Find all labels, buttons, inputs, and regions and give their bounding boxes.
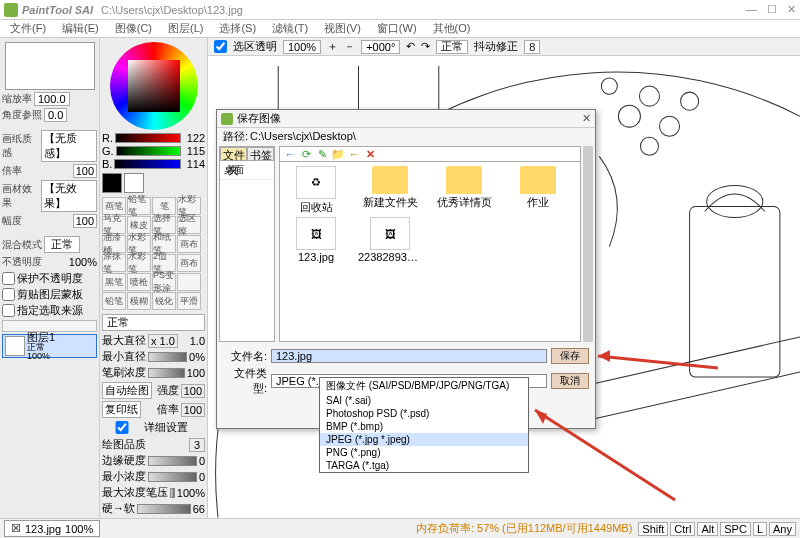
doc-tab[interactable]: ☒ 123.jpg 100%	[4, 520, 100, 537]
strength-value[interactable]: 100	[181, 384, 205, 398]
rotation-field[interactable]: +000°	[361, 40, 400, 54]
dialog-close-button[interactable]: ✕	[582, 112, 591, 125]
auto-label[interactable]: 自动绘图	[102, 382, 152, 399]
paper-scale-value[interactable]: 100	[73, 164, 97, 178]
file-item[interactable]: 🖼123.jpg	[284, 217, 348, 263]
menu-layer[interactable]: 图层(L)	[162, 20, 209, 37]
tool-item[interactable]	[177, 273, 201, 291]
dropdown-item[interactable]: Photoshop PSD (*.psd)	[320, 407, 528, 420]
dialog-scrollbar[interactable]	[583, 146, 593, 342]
menu-other[interactable]: 其他(O)	[427, 20, 477, 37]
hard-slider[interactable]	[137, 504, 191, 514]
side-item-desktop[interactable]: 桌面	[220, 161, 274, 180]
min-size-slider[interactable]	[148, 352, 187, 362]
file-item[interactable]: ♻回收站	[284, 166, 348, 215]
tool-item[interactable]: 画布	[177, 235, 201, 253]
tool-item[interactable]: 喷枪	[127, 273, 151, 291]
menu-file[interactable]: 文件(F)	[4, 20, 52, 37]
navigator-thumb[interactable]	[5, 42, 95, 90]
key-spc: SPC	[720, 522, 751, 536]
tool-item[interactable]: 铅笔	[102, 292, 126, 310]
opacity-value[interactable]: 100%	[69, 256, 97, 268]
zoom-value[interactable]: 100.0	[34, 92, 70, 106]
menu-view[interactable]: 视图(V)	[318, 20, 367, 37]
tool-item[interactable]: PS变形涂	[152, 273, 176, 291]
menu-select[interactable]: 选择(S)	[213, 20, 262, 37]
menu-filter[interactable]: 滤镜(T)	[266, 20, 314, 37]
dropdown-item[interactable]: 图像文件 (SAI/PSD/BMP/JPG/PNG/TGA)	[320, 378, 528, 394]
back-icon[interactable]: ←	[284, 148, 296, 160]
density-slider[interactable]	[148, 368, 185, 378]
tool-item[interactable]: 黑笔	[102, 273, 126, 291]
dialog-titlebar[interactable]: 保存图像 ✕	[217, 110, 595, 128]
edge-slider[interactable]	[148, 456, 197, 466]
tool-item[interactable]: 水彩笔	[127, 254, 151, 272]
brush-mode[interactable]: 正常	[102, 314, 205, 331]
save-button[interactable]: 保存	[551, 348, 589, 364]
folder-icon[interactable]: 📁	[332, 148, 344, 160]
maximize-button[interactable]: ☐	[767, 3, 777, 16]
tool-item[interactable]: 选区擦	[177, 216, 201, 234]
bg-color-swatch[interactable]	[124, 173, 144, 193]
fg-color-swatch[interactable]	[102, 173, 122, 193]
menu-image[interactable]: 图像(C)	[109, 20, 158, 37]
zoom-out-icon[interactable]: －	[344, 39, 355, 54]
go-icon[interactable]: ←	[348, 148, 360, 160]
rotate-left-icon[interactable]: ↶	[406, 40, 415, 53]
check-clipping[interactable]	[2, 288, 15, 301]
zoom-field[interactable]: 100%	[283, 40, 321, 54]
side-tab-folders[interactable]: 文件夹	[220, 147, 247, 161]
close-button[interactable]: ✕	[787, 3, 796, 16]
maxden-slider[interactable]	[170, 488, 175, 498]
rgb-r-slider[interactable]	[115, 133, 181, 143]
edit-icon[interactable]: ✎	[316, 148, 328, 160]
sel-opacity-check[interactable]	[214, 40, 227, 53]
tool-item[interactable]: 平滑	[177, 292, 201, 310]
check-protect-alpha[interactable]	[2, 272, 15, 285]
check-select-source[interactable]	[2, 304, 15, 317]
tool-item[interactable]: 锐化	[152, 292, 176, 310]
rotate-right-icon[interactable]: ↷	[421, 40, 430, 53]
mode-field[interactable]: 正常	[436, 40, 468, 54]
zoom-label: 缩放率	[2, 92, 32, 106]
dropdown-item[interactable]: TARGA (*.tga)	[320, 459, 528, 472]
menu-edit[interactable]: 编辑(E)	[56, 20, 105, 37]
drawq-value[interactable]: 3	[189, 438, 205, 452]
file-item[interactable]: 优秀详情页	[432, 166, 496, 215]
refresh-icon[interactable]: ⟳	[300, 148, 312, 160]
file-item[interactable]: 作业	[506, 166, 570, 215]
file-item[interactable]: 新建文件夹	[358, 166, 422, 215]
minden-slider[interactable]	[148, 472, 197, 482]
paper-label[interactable]: 复印纸	[102, 401, 141, 418]
minimize-button[interactable]: —	[746, 3, 757, 16]
cancel-button[interactable]: 取消	[551, 373, 589, 389]
blend-select[interactable]: 正常	[44, 236, 80, 253]
layer-item[interactable]: 图层1 正常 100%	[2, 334, 97, 358]
stabilizer-field[interactable]: 8	[524, 40, 540, 54]
tool-item[interactable]: 画布	[177, 254, 201, 272]
file-item[interactable]: 🖼223828934_10404000...	[358, 217, 422, 263]
detail-toggle[interactable]	[102, 421, 142, 434]
dropdown-item-selected[interactable]: JPEG (*.jpg *.jpeg)	[320, 433, 528, 446]
zoom-in-icon[interactable]: ＋	[327, 39, 338, 54]
scale-value[interactable]: 100	[181, 403, 205, 417]
dropdown-item[interactable]: SAI (*.sai)	[320, 394, 528, 407]
mat-width-value[interactable]: 100	[73, 214, 97, 228]
paper-feel-select[interactable]: 【无质感】	[41, 130, 97, 162]
angle-value[interactable]: 0.0	[44, 108, 67, 122]
rgb-b-slider[interactable]	[114, 159, 181, 169]
filename-input[interactable]: 123.jpg	[271, 349, 547, 363]
delete-icon[interactable]: ✕	[364, 148, 376, 160]
rgb-g-slider[interactable]	[116, 146, 181, 156]
tool-item[interactable]: 铅笔笔	[127, 197, 151, 215]
doc-tab-close-icon[interactable]: ☒	[11, 522, 21, 535]
color-wheel[interactable]	[110, 42, 198, 130]
dropdown-item[interactable]: BMP (*.bmp)	[320, 420, 528, 433]
tool-item[interactable]: 模糊	[127, 292, 151, 310]
mat-effect-select[interactable]: 【无效果】	[41, 180, 97, 212]
max-size-value[interactable]: 1.0	[190, 335, 205, 347]
dropdown-item[interactable]: PNG (*.png)	[320, 446, 528, 459]
side-tab-bookmarks[interactable]: 书签	[247, 147, 274, 161]
menu-window[interactable]: 窗口(W)	[371, 20, 423, 37]
tool-item[interactable]: 涂抹笔	[102, 254, 126, 272]
